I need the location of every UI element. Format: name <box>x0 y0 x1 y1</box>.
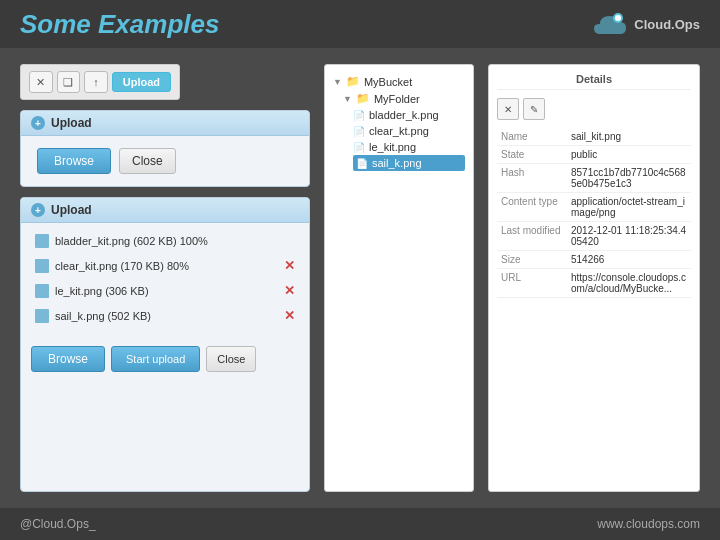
logo-text: Cloud.Ops <box>634 17 700 32</box>
upload-panel-1-title: Upload <box>51 116 92 130</box>
delete-detail-button[interactable]: ✕ <box>497 98 519 120</box>
file-icon: 📄 <box>353 126 365 137</box>
detail-row: Namesail_kit.png <box>497 128 691 146</box>
detail-label: Size <box>497 251 567 269</box>
detail-value: sail_kit.png <box>567 128 691 146</box>
file-list-item: clear_kit.png (170 KB) 80%✕ <box>31 255 299 276</box>
detail-value: https://console.cloudops.com/a/cloud/MyB… <box>567 269 691 298</box>
tree-item-bucket[interactable]: ▼📁MyBucket <box>333 73 465 90</box>
file-list-item: bladder_kit.png (602 KB) 100% <box>31 231 299 251</box>
upload-panel-1: + Upload Browse Close <box>20 110 310 187</box>
upload-icon: + <box>31 116 45 130</box>
detail-value: 2012-12-01 11:18:25:34.405420 <box>567 222 691 251</box>
detail-label: Content type <box>497 193 567 222</box>
start-upload-button[interactable]: Start upload <box>111 346 200 372</box>
tree-item-file[interactable]: 📄sail_k.png <box>353 155 465 171</box>
file-icon: 📄 <box>353 142 365 153</box>
file-type-icon <box>35 309 49 323</box>
detail-row: URLhttps://console.cloudops.com/a/cloud/… <box>497 269 691 298</box>
detail-label: State <box>497 146 567 164</box>
file-browser: ▼📁MyBucket▼📁MyFolder📄bladder_k.png📄clear… <box>324 64 474 492</box>
header: Some Examples Cloud.Ops <box>0 0 720 48</box>
file-tree-name: sail_k.png <box>372 157 422 169</box>
file-list: bladder_kit.png (602 KB) 100%clear_kit.p… <box>21 223 309 334</box>
upload-panel-1-header: + Upload <box>21 111 309 136</box>
logo: Cloud.Ops <box>592 10 700 38</box>
svg-point-1 <box>615 15 621 21</box>
toolbar: ✕ ❑ ↑ Upload <box>20 64 180 100</box>
delete-button[interactable]: ✕ <box>29 71 53 93</box>
details-panel: Details ✕ ✎ Namesail_kit.pngStatepublicH… <box>488 64 700 492</box>
detail-value: 8571cc1b7db7710c4c5685e0b475e1c3 <box>567 164 691 193</box>
detail-value: application/octet-stream_image/png <box>567 193 691 222</box>
footer: @Cloud.Ops_ www.cloudops.com <box>0 508 720 540</box>
remove-file-button[interactable]: ✕ <box>284 283 295 298</box>
folder-icon: 📁 <box>346 75 360 88</box>
detail-value: 514266 <box>567 251 691 269</box>
logo-icon <box>592 10 628 38</box>
main-content: ✕ ❑ ↑ Upload + Upload Browse Close + Upl… <box>0 48 720 508</box>
copy-button[interactable]: ❑ <box>57 71 81 93</box>
remove-file-button[interactable]: ✕ <box>284 308 295 323</box>
close-button-2[interactable]: Close <box>206 346 256 372</box>
tree-item-file[interactable]: 📄le_kit.png <box>353 139 465 155</box>
file-tree-name: clear_kt.png <box>369 125 429 137</box>
tree-arrow: ▼ <box>333 77 342 87</box>
detail-label: URL <box>497 269 567 298</box>
detail-row: Statepublic <box>497 146 691 164</box>
file-list-item: le_kit.png (306 KB)✕ <box>31 280 299 301</box>
file-item-name: bladder_kit.png (602 KB) 100% <box>55 235 208 247</box>
tree-item-folder[interactable]: ▼📁MyFolder <box>343 90 465 107</box>
upload-panel-2-header: + Upload <box>21 198 309 223</box>
folder-label: MyFolder <box>374 93 420 105</box>
detail-label: Last modified <box>497 222 567 251</box>
file-item-name: le_kit.png (306 KB) <box>55 285 149 297</box>
file-tree-name: le_kit.png <box>369 141 416 153</box>
action-buttons: ✕ ✎ <box>497 98 691 120</box>
tree-item-file[interactable]: 📄clear_kt.png <box>353 123 465 139</box>
detail-label: Hash <box>497 164 567 193</box>
upload-panel-1-body: Browse Close <box>21 136 309 186</box>
upload-toolbar-button[interactable]: Upload <box>112 72 171 92</box>
footer-left: @Cloud.Ops_ <box>20 517 96 531</box>
tree-arrow: ▼ <box>343 94 352 104</box>
bucket-label: MyBucket <box>364 76 412 88</box>
close-button-1[interactable]: Close <box>119 148 176 174</box>
details-table: Namesail_kit.pngStatepublicHash8571cc1b7… <box>497 128 691 298</box>
detail-row: Content typeapplication/octet-stream_ima… <box>497 193 691 222</box>
detail-row: Last modified2012-12-01 11:18:25:34.4054… <box>497 222 691 251</box>
remove-file-button[interactable]: ✕ <box>284 258 295 273</box>
file-tree-name: bladder_k.png <box>369 109 439 121</box>
file-type-icon <box>35 259 49 273</box>
detail-value: public <box>567 146 691 164</box>
details-header: Details <box>497 73 691 90</box>
subfolder-icon: 📁 <box>356 92 370 105</box>
upload-panel-2: + Upload bladder_kit.png (602 KB) 100%cl… <box>20 197 310 492</box>
upload-panel-2-footer: Browse Start upload Close <box>21 338 309 380</box>
upload-icon-2: + <box>31 203 45 217</box>
detail-label: Name <box>497 128 567 146</box>
file-type-icon <box>35 234 49 248</box>
browse-button-1[interactable]: Browse <box>37 148 111 174</box>
file-item-name: clear_kit.png (170 KB) 80% <box>55 260 189 272</box>
detail-row: Size514266 <box>497 251 691 269</box>
browse-button-2[interactable]: Browse <box>31 346 105 372</box>
file-icon: 📄 <box>353 110 365 121</box>
tree-item-file[interactable]: 📄bladder_k.png <box>353 107 465 123</box>
edit-detail-button[interactable]: ✎ <box>523 98 545 120</box>
file-icon: 📄 <box>356 158 368 169</box>
footer-right: www.cloudops.com <box>597 517 700 531</box>
file-type-icon <box>35 284 49 298</box>
detail-row: Hash8571cc1b7db7710c4c5685e0b475e1c3 <box>497 164 691 193</box>
file-item-name: sail_k.png (502 KB) <box>55 310 151 322</box>
page-title: Some Examples <box>20 9 219 40</box>
share-button[interactable]: ↑ <box>84 71 108 93</box>
upload-panel-2-title: Upload <box>51 203 92 217</box>
file-list-item: sail_k.png (502 KB)✕ <box>31 305 299 326</box>
left-panel: ✕ ❑ ↑ Upload + Upload Browse Close + Upl… <box>20 64 310 492</box>
